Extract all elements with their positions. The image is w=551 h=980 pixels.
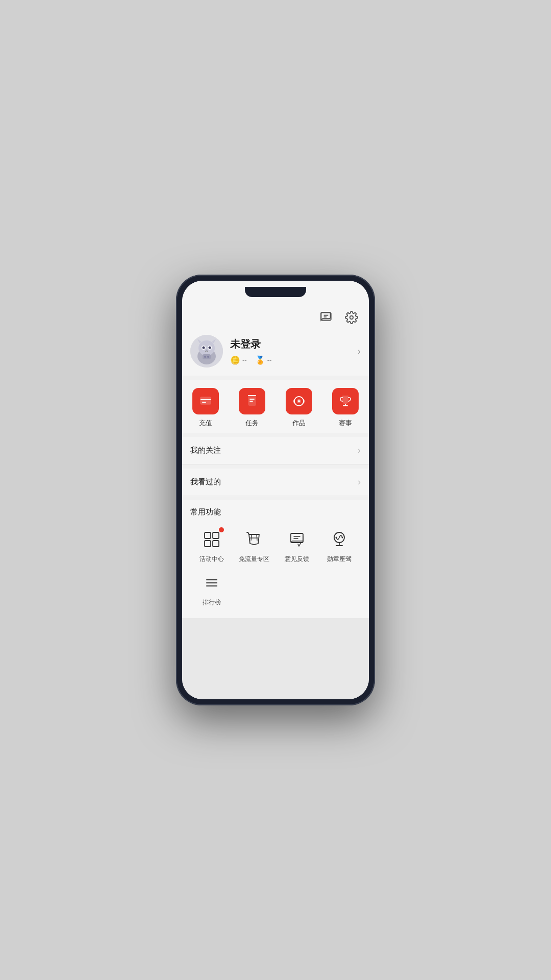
svg-point-11 — [203, 347, 205, 349]
profile-name: 未登录 — [230, 337, 350, 351]
svg-point-16 — [207, 356, 209, 358]
svg-rect-27 — [213, 532, 219, 538]
svg-point-13 — [206, 350, 208, 351]
svg-point-32 — [336, 537, 337, 538]
action-task[interactable]: 任务 — [229, 388, 276, 428]
medal-stat: 🏅 -- — [255, 355, 272, 365]
svg-point-23 — [298, 400, 300, 402]
profile-chevron: › — [358, 346, 361, 357]
empty-area — [182, 618, 369, 699]
action-recharge[interactable]: 充值 — [182, 388, 229, 428]
works-icon-box — [286, 388, 312, 414]
following-label: 我的关注 — [190, 446, 221, 455]
ranking-label: 排行榜 — [203, 598, 221, 607]
activity-badge — [219, 527, 224, 532]
notch — [245, 287, 306, 297]
medal-seat-label: 勋章座驾 — [327, 555, 352, 564]
func-grid: 活动中心 免流量专区 — [190, 524, 361, 611]
activity-label: 活动中心 — [199, 555, 224, 564]
recharge-icon-box — [192, 388, 219, 414]
func-ranking[interactable]: 排行榜 — [190, 568, 233, 611]
feedback-icon-wrap — [286, 528, 308, 551]
coin-stat: 🪙 -- — [230, 355, 247, 365]
common-functions-section: 常用功能 活动中心 — [182, 500, 369, 618]
func-activity[interactable]: 活动中心 — [190, 524, 233, 568]
free-traffic-icon-wrap — [243, 528, 265, 551]
svg-point-33 — [342, 537, 343, 538]
svg-point-3 — [350, 316, 354, 320]
task-label: 任务 — [245, 419, 259, 428]
competition-label: 赛事 — [339, 419, 352, 428]
svg-rect-14 — [203, 354, 211, 359]
settings-button[interactable] — [342, 308, 361, 327]
svg-rect-17 — [201, 397, 211, 404]
profile-section[interactable]: 未登录 🪙 -- 🏅 -- › — [182, 330, 369, 376]
following-chevron: › — [358, 445, 361, 456]
coin-icon: 🪙 — [230, 355, 240, 365]
competition-icon-box — [332, 388, 359, 414]
svg-rect-20 — [248, 396, 256, 405]
common-functions-title: 常用功能 — [190, 507, 361, 517]
task-icon-box — [239, 388, 265, 414]
ranking-icon-wrap — [201, 572, 223, 594]
history-chevron: › — [358, 477, 361, 487]
func-free-traffic[interactable]: 免流量专区 — [233, 524, 276, 568]
svg-point-6 — [198, 340, 215, 356]
avatar — [190, 335, 223, 368]
works-label: 作品 — [292, 419, 306, 428]
svg-rect-28 — [205, 541, 211, 547]
coin-value: -- — [242, 356, 247, 364]
svg-rect-29 — [213, 541, 219, 547]
func-feedback[interactable]: 意见反馈 — [276, 524, 318, 568]
message-button[interactable] — [317, 308, 335, 327]
free-traffic-label: 免流量专区 — [239, 555, 269, 564]
quick-actions: 充值 任务 — [182, 380, 369, 433]
action-competition[interactable]: 赛事 — [322, 388, 369, 428]
medal-seat-icon-wrap — [328, 528, 350, 551]
menu-history[interactable]: 我看过的 › — [182, 469, 369, 496]
func-medal-seat[interactable]: 勋章座驾 — [318, 524, 361, 568]
svg-rect-26 — [205, 532, 211, 538]
medal-value: -- — [267, 356, 272, 364]
activity-icon-wrap — [201, 528, 223, 551]
menu-following[interactable]: 我的关注 › — [182, 437, 369, 464]
profile-info: 未登录 🪙 -- 🏅 -- — [230, 337, 350, 365]
recharge-label: 充值 — [199, 419, 212, 428]
medal-icon: 🏅 — [255, 355, 265, 365]
history-label: 我看过的 — [190, 477, 221, 487]
svg-point-15 — [204, 356, 206, 358]
screen-content: 未登录 🪙 -- 🏅 -- › — [182, 303, 369, 699]
status-bar — [182, 281, 369, 303]
feedback-label: 意见反馈 — [285, 555, 309, 564]
action-works[interactable]: 作品 — [276, 388, 322, 428]
svg-point-12 — [209, 347, 211, 349]
top-icons-bar — [182, 303, 369, 330]
profile-stats: 🪙 -- 🏅 -- — [230, 355, 350, 365]
